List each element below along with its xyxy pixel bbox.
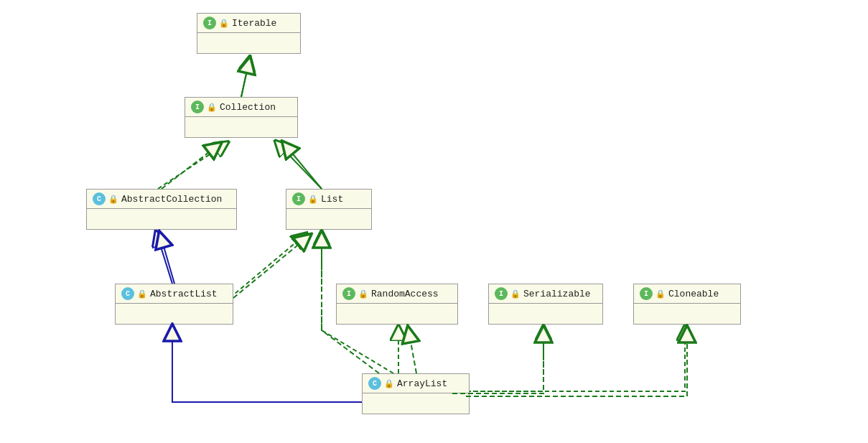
node-abstractcollection-label: AbstractCollection xyxy=(121,194,222,205)
node-abstractcollection-header: C 🔒 AbstractCollection xyxy=(87,190,236,209)
class-badge-abstractlist: C xyxy=(121,287,134,300)
node-abstractlist-body xyxy=(116,304,233,324)
node-iterable-label: Iterable xyxy=(232,18,276,29)
svg-line-20 xyxy=(287,147,322,189)
lock-icon-collection: 🔒 xyxy=(207,103,217,112)
node-cloneable-header: I 🔒 Cloneable xyxy=(634,284,740,304)
node-abstractcollection-body xyxy=(87,209,236,229)
node-randomaccess-label: RandomAccess xyxy=(371,289,439,299)
node-arraylist[interactable]: C 🔒 ArrayList xyxy=(362,373,470,414)
svg-line-19 xyxy=(162,147,215,189)
node-arraylist-label: ArrayList xyxy=(397,378,447,389)
node-iterable[interactable]: I 🔒 Iterable xyxy=(197,13,301,54)
node-cloneable[interactable]: I 🔒 Cloneable xyxy=(633,284,741,325)
interface-badge-iterable: I xyxy=(203,17,216,29)
node-abstractlist-header: C 🔒 AbstractList xyxy=(116,284,233,304)
diagram-container: I 🔒 Iterable I 🔒 Collection C 🔒 Abstract… xyxy=(0,0,868,443)
node-randomaccess-body xyxy=(337,304,457,324)
svg-line-22 xyxy=(233,239,305,298)
interface-badge-cloneable: I xyxy=(640,287,653,300)
class-badge-abstractcollection: C xyxy=(93,192,106,205)
node-arraylist-body xyxy=(363,393,469,414)
node-serializable-body xyxy=(489,304,602,324)
node-arraylist-header: C 🔒 ArrayList xyxy=(363,374,469,393)
node-abstractlist-label: AbstractList xyxy=(150,289,218,299)
node-abstractlist[interactable]: C 🔒 AbstractList xyxy=(115,284,233,325)
svg-line-2 xyxy=(280,146,322,189)
svg-line-18 xyxy=(241,65,248,97)
node-collection-label: Collection xyxy=(220,102,276,113)
interface-badge-list: I xyxy=(292,192,305,205)
node-serializable-header: I 🔒 Serializable xyxy=(489,284,602,304)
svg-line-4 xyxy=(230,238,302,298)
node-list-body xyxy=(286,209,371,229)
lock-icon-serializable: 🔒 xyxy=(510,289,521,299)
node-iterable-header: I 🔒 Iterable xyxy=(197,14,300,33)
lock-icon-randomaccess: 🔒 xyxy=(358,289,368,299)
lock-icon-list: 🔒 xyxy=(308,195,318,204)
node-iterable-body xyxy=(197,33,300,53)
node-cloneable-label: Cloneable xyxy=(668,289,719,299)
lock-icon-arraylist: 🔒 xyxy=(384,379,394,388)
svg-line-1 xyxy=(158,146,223,189)
svg-line-3 xyxy=(158,238,172,284)
class-badge-arraylist: C xyxy=(368,377,381,390)
lock-icon-cloneable: 🔒 xyxy=(655,289,666,299)
interface-badge-serializable: I xyxy=(495,287,508,300)
node-list[interactable]: I 🔒 List xyxy=(286,189,372,230)
node-collection[interactable]: I 🔒 Collection xyxy=(185,97,298,138)
node-collection-body xyxy=(185,117,297,137)
svg-line-23 xyxy=(409,334,416,373)
interface-badge-randomaccess: I xyxy=(342,287,355,300)
lock-icon-iterable: 🔒 xyxy=(219,19,229,28)
node-serializable[interactable]: I 🔒 Serializable xyxy=(488,284,603,325)
svg-line-21 xyxy=(162,239,174,284)
node-collection-header: I 🔒 Collection xyxy=(185,98,297,117)
lock-icon-abstractcollection: 🔒 xyxy=(108,195,118,204)
node-list-header: I 🔒 List xyxy=(286,190,371,209)
lock-icon-abstractlist: 🔒 xyxy=(137,289,147,299)
node-abstractcollection[interactable]: C 🔒 AbstractCollection xyxy=(86,189,237,230)
node-list-label: List xyxy=(321,194,343,205)
node-cloneable-body xyxy=(634,304,740,324)
node-randomaccess[interactable]: I 🔒 RandomAccess xyxy=(336,284,458,325)
svg-line-0 xyxy=(241,63,248,97)
node-serializable-label: Serializable xyxy=(523,289,591,299)
interface-badge-collection: I xyxy=(191,101,204,113)
node-randomaccess-header: I 🔒 RandomAccess xyxy=(337,284,457,304)
